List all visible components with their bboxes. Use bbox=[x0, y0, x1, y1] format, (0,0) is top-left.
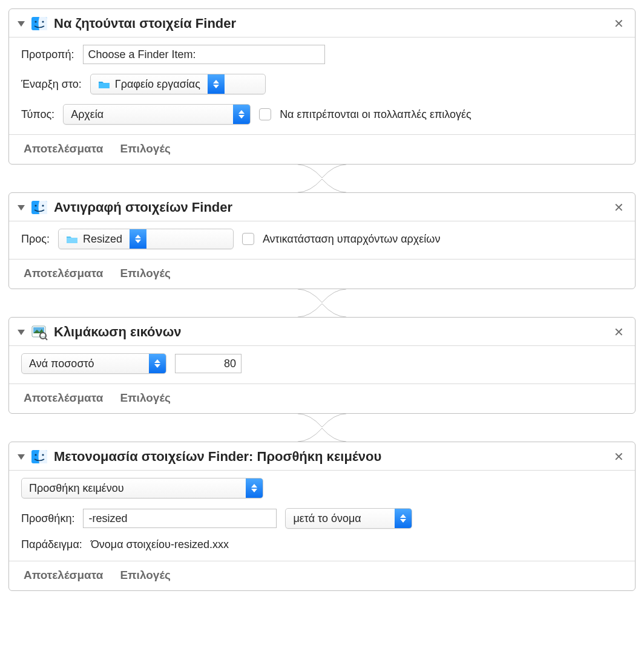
action-ask-finder-items: Να ζητούνται στοιχεία Finder ✕ Προτροπή:… bbox=[8, 8, 636, 165]
close-icon[interactable]: ✕ bbox=[611, 449, 626, 464]
example-label: Παράδειγμα: bbox=[21, 538, 82, 551]
to-label: Προς: bbox=[21, 233, 50, 246]
close-icon[interactable]: ✕ bbox=[611, 325, 626, 339]
action-footer: Αποτελέσματα Επιλογές bbox=[9, 384, 635, 413]
preview-icon bbox=[31, 324, 48, 341]
stepper-icon bbox=[246, 478, 263, 498]
options-button[interactable]: Επιλογές bbox=[120, 391, 170, 405]
action-header: Μετονομασία στοιχείων Finder: Προσθήκη κ… bbox=[9, 442, 635, 471]
rename-mode-value: Προσθήκη κειμένου bbox=[29, 482, 124, 495]
example-value: Όνομα στοιχείου-resized.xxx bbox=[91, 538, 229, 551]
action-title: Αντιγραφή στοιχείων Finder bbox=[54, 200, 605, 215]
action-header: Αντιγραφή στοιχείων Finder ✕ bbox=[9, 193, 635, 221]
stepper-icon bbox=[233, 105, 250, 124]
finder-icon bbox=[31, 15, 48, 32]
action-copy-finder-items: Αντιγραφή στοιχείων Finder ✕ Προς: Resiz… bbox=[8, 192, 636, 289]
allow-multiple-label: Να επιτρέπονται οι πολλαπλές επιλογές bbox=[280, 108, 472, 121]
replace-existing-checkbox[interactable] bbox=[242, 233, 254, 245]
options-button[interactable]: Επιλογές bbox=[120, 267, 170, 280]
type-popup[interactable]: Αρχεία bbox=[63, 104, 251, 125]
position-popup[interactable]: μετά το όνομα bbox=[285, 508, 412, 529]
stepper-icon bbox=[149, 354, 166, 373]
action-footer: Αποτελέσματα Επιλογές bbox=[9, 134, 635, 164]
disclosure-triangle-icon[interactable] bbox=[18, 454, 25, 460]
action-header: Να ζητούνται στοιχεία Finder ✕ bbox=[9, 9, 635, 38]
finder-icon bbox=[31, 448, 48, 465]
type-value: Αρχεία bbox=[71, 108, 104, 121]
scale-mode-popup[interactable]: Ανά ποσοστό bbox=[21, 353, 166, 374]
disclosure-triangle-icon[interactable] bbox=[18, 205, 25, 211]
results-button[interactable]: Αποτελέσματα bbox=[24, 569, 103, 582]
add-label: Προσθήκη: bbox=[21, 512, 74, 525]
results-button[interactable]: Αποτελέσματα bbox=[24, 142, 103, 155]
svg-point-5 bbox=[42, 204, 44, 206]
prompt-label: Προτροπή: bbox=[21, 48, 74, 61]
svg-point-1 bbox=[34, 21, 36, 22]
close-icon[interactable]: ✕ bbox=[611, 200, 626, 215]
destination-value: Resized bbox=[83, 233, 122, 246]
action-footer: Αποτελέσματα Επιλογές bbox=[9, 561, 635, 590]
connector-icon bbox=[8, 414, 636, 442]
options-button[interactable]: Επιλογές bbox=[120, 569, 170, 582]
scale-value-input[interactable] bbox=[175, 354, 242, 373]
results-button[interactable]: Αποτελέσματα bbox=[24, 267, 103, 280]
destination-popup[interactable]: Resized bbox=[58, 229, 234, 249]
svg-point-11 bbox=[34, 454, 36, 455]
svg-point-12 bbox=[42, 454, 44, 455]
options-button[interactable]: Επιλογές bbox=[120, 142, 170, 155]
disclosure-triangle-icon[interactable] bbox=[18, 21, 25, 27]
action-header: Κλιμάκωση εικόνων ✕ bbox=[9, 318, 635, 346]
action-title: Να ζητούνται στοιχεία Finder bbox=[54, 16, 605, 31]
stepper-icon bbox=[208, 74, 225, 94]
finder-icon bbox=[31, 199, 48, 216]
folder-icon bbox=[66, 235, 78, 244]
action-rename-finder-items: Μετονομασία στοιχείων Finder: Προσθήκη κ… bbox=[8, 442, 636, 591]
start-location-value: Γραφείο εργασίας bbox=[115, 78, 200, 91]
results-button[interactable]: Αποτελέσματα bbox=[24, 391, 103, 405]
action-footer: Αποτελέσματα Επιλογές bbox=[9, 259, 635, 289]
position-value: μετά το όνομα bbox=[293, 512, 361, 525]
action-title: Κλιμάκωση εικόνων bbox=[54, 324, 605, 340]
scale-mode-value: Ανά ποσοστό bbox=[29, 357, 94, 370]
stepper-icon bbox=[395, 509, 412, 528]
action-title: Μετονομασία στοιχείων Finder: Προσθήκη κ… bbox=[54, 449, 605, 465]
disclosure-triangle-icon[interactable] bbox=[18, 330, 25, 335]
connector-icon bbox=[8, 289, 636, 317]
close-icon[interactable]: ✕ bbox=[611, 16, 626, 31]
start-label: Έναρξη στο: bbox=[21, 78, 82, 91]
connector-icon bbox=[8, 165, 636, 192]
svg-point-2 bbox=[42, 21, 44, 22]
prompt-input[interactable] bbox=[83, 45, 325, 64]
stepper-icon bbox=[130, 229, 146, 249]
add-text-input[interactable] bbox=[83, 509, 277, 528]
svg-point-4 bbox=[34, 204, 36, 206]
replace-existing-label: Αντικατάσταση υπαρχόντων αρχείων bbox=[263, 233, 440, 246]
start-location-popup[interactable]: Γραφείο εργασίας bbox=[90, 74, 266, 94]
type-label: Τύπος: bbox=[21, 108, 54, 121]
action-scale-images: Κλιμάκωση εικόνων ✕ Ανά ποσοστό Αποτελέσ… bbox=[8, 317, 636, 414]
svg-line-9 bbox=[45, 338, 47, 340]
folder-icon bbox=[98, 80, 110, 89]
allow-multiple-checkbox[interactable] bbox=[259, 108, 271, 120]
rename-mode-popup[interactable]: Προσθήκη κειμένου bbox=[21, 478, 263, 498]
